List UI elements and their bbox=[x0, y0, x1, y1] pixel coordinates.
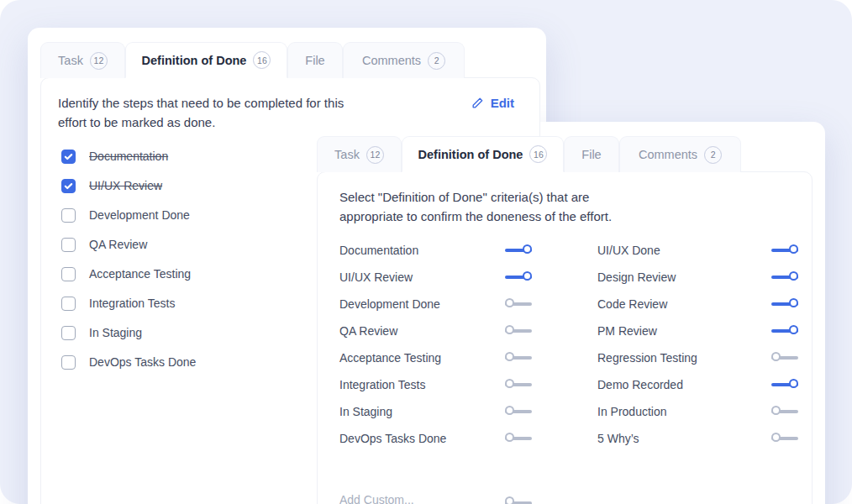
checkbox[interactable] bbox=[61, 355, 76, 370]
tab-task[interactable]: Task 12 bbox=[317, 136, 402, 172]
toggle-row-label: UI/UX Review bbox=[339, 270, 413, 284]
toggle-row-label: 5 Why’s bbox=[597, 432, 639, 445]
toggle-switch[interactable] bbox=[505, 380, 532, 391]
tab-comments[interactable]: Comments 2 bbox=[343, 42, 465, 78]
tab-label: Comments bbox=[639, 148, 697, 161]
add-custom-input[interactable] bbox=[339, 493, 467, 504]
tab-file[interactable]: File bbox=[564, 136, 619, 172]
toggle-row-label: Code Review bbox=[597, 297, 667, 311]
toggle-row-label: Acceptance Testing bbox=[339, 351, 441, 365]
toggle-row: 5 Why’s bbox=[597, 433, 798, 444]
edit-button-label: Edit bbox=[491, 96, 514, 110]
toggle-switch[interactable] bbox=[771, 407, 798, 417]
toggle-switch[interactable] bbox=[505, 326, 532, 337]
checkmark-icon bbox=[64, 181, 73, 191]
add-custom-toggle[interactable] bbox=[505, 497, 532, 504]
checkbox[interactable] bbox=[61, 297, 76, 311]
toggle-column-left: Documentation UI/UX Review Development D… bbox=[339, 244, 532, 459]
toggle-row: UI/UX Done bbox=[597, 244, 798, 256]
checkbox[interactable] bbox=[61, 326, 76, 340]
toggle-row-label: PM Review bbox=[597, 324, 657, 338]
toggle-knob bbox=[789, 325, 798, 334]
toggle-row-label: Design Review bbox=[597, 270, 676, 284]
toggle-switch[interactable] bbox=[771, 353, 798, 364]
toggle-knob bbox=[789, 379, 798, 388]
toggle-switch[interactable] bbox=[505, 407, 532, 417]
toggle-knob bbox=[771, 433, 781, 442]
tab-label: Definition of Done bbox=[418, 148, 523, 161]
tab-count-badge: 16 bbox=[529, 145, 547, 163]
toggle-row-label: Development Done bbox=[339, 297, 440, 311]
toggle-switch[interactable] bbox=[771, 245, 798, 256]
toggle-row: Code Review bbox=[597, 298, 798, 310]
toggle-column-right: UI/UX Done Design Review Code Review PM … bbox=[597, 244, 798, 459]
toggle-knob bbox=[505, 352, 514, 361]
toggle-knob bbox=[505, 496, 514, 504]
toggle-row: QA Review bbox=[339, 325, 532, 337]
tab-count-badge: 2 bbox=[428, 52, 445, 70]
toggle-row: Demo Recorded bbox=[597, 379, 798, 391]
checklist-item-label: Development Done bbox=[89, 208, 190, 222]
toggle-switch[interactable] bbox=[771, 380, 798, 391]
toggle-switch[interactable] bbox=[771, 433, 798, 444]
checkbox[interactable] bbox=[61, 267, 76, 281]
toggle-row-label: Demo Recorded bbox=[597, 378, 683, 391]
checklist-item-label: Documentation bbox=[89, 150, 168, 163]
tab-count-badge: 2 bbox=[704, 146, 722, 164]
toggle-knob bbox=[789, 244, 798, 254]
toggle-row: Documentation bbox=[339, 244, 532, 256]
toggle-switch[interactable] bbox=[505, 353, 532, 364]
toggle-row-label: DevOps Tasks Done bbox=[339, 432, 446, 445]
toggle-knob bbox=[505, 406, 514, 415]
tab-task[interactable]: Task 12 bbox=[40, 42, 125, 78]
tab-label: Task bbox=[58, 54, 83, 67]
toggle-row: In Staging bbox=[339, 406, 532, 417]
toggle-row-label: In Production bbox=[597, 405, 667, 418]
toggle-row-label: Integration Tests bbox=[339, 378, 425, 391]
toggle-switch[interactable] bbox=[505, 272, 532, 283]
toggle-row: DevOps Tasks Done bbox=[339, 433, 532, 444]
toggle-switch[interactable] bbox=[771, 272, 798, 283]
checkbox[interactable] bbox=[61, 238, 76, 252]
front-card-instruction: Select "Definition of Done" criteria(s) … bbox=[318, 172, 812, 226]
tab-comments[interactable]: Comments 2 bbox=[619, 136, 741, 172]
tab-file[interactable]: File bbox=[287, 42, 343, 78]
toggle-row: Development Done bbox=[339, 298, 532, 310]
checklist-item-label: UI/UX Review bbox=[89, 179, 162, 192]
checkbox[interactable] bbox=[61, 179, 76, 193]
checklist-item-label: Acceptance Testing bbox=[89, 267, 191, 281]
toggle-row: Acceptance Testing bbox=[339, 352, 532, 364]
toggle-row: Regression Testing bbox=[597, 352, 798, 364]
toggle-row-label: UI/UX Done bbox=[597, 244, 660, 257]
toggle-switch[interactable] bbox=[505, 299, 532, 310]
toggle-knob bbox=[505, 325, 514, 334]
toggle-knob bbox=[789, 271, 798, 281]
checkbox[interactable] bbox=[61, 150, 76, 164]
toggle-knob bbox=[523, 244, 532, 254]
edit-button[interactable]: Edit bbox=[471, 94, 514, 110]
tab-label: Comments bbox=[362, 54, 421, 67]
toggle-switch[interactable] bbox=[771, 299, 798, 310]
toggle-switch[interactable] bbox=[505, 245, 532, 256]
back-card-instruction: Identify the steps that need to be compl… bbox=[58, 94, 344, 132]
toggle-switch[interactable] bbox=[505, 433, 532, 444]
toggle-row: UI/UX Review bbox=[339, 271, 532, 283]
add-custom-row bbox=[339, 493, 532, 504]
tab-definition-of-done[interactable]: Definition of Done 16 bbox=[125, 42, 287, 78]
tab-definition-of-done[interactable]: Definition of Done 16 bbox=[402, 136, 564, 172]
toggle-switch[interactable] bbox=[771, 326, 798, 337]
toggle-knob bbox=[789, 298, 798, 307]
toggle-row-label: Regression Testing bbox=[597, 351, 697, 365]
toggle-row: Design Review bbox=[597, 271, 798, 283]
front-card: Task 12 Definition of Done 16 File Comme… bbox=[304, 122, 825, 504]
toggle-row: Integration Tests bbox=[339, 379, 532, 391]
tab-label: Definition of Done bbox=[142, 54, 247, 67]
toggle-row: In Production bbox=[597, 406, 798, 417]
pencil-icon bbox=[471, 97, 484, 109]
toggle-knob bbox=[523, 271, 532, 281]
toggle-knob bbox=[771, 352, 781, 361]
checkmark-icon bbox=[64, 152, 73, 161]
checkbox[interactable] bbox=[61, 208, 76, 223]
toggle-knob bbox=[505, 379, 514, 388]
tab-count-badge: 12 bbox=[90, 52, 108, 70]
